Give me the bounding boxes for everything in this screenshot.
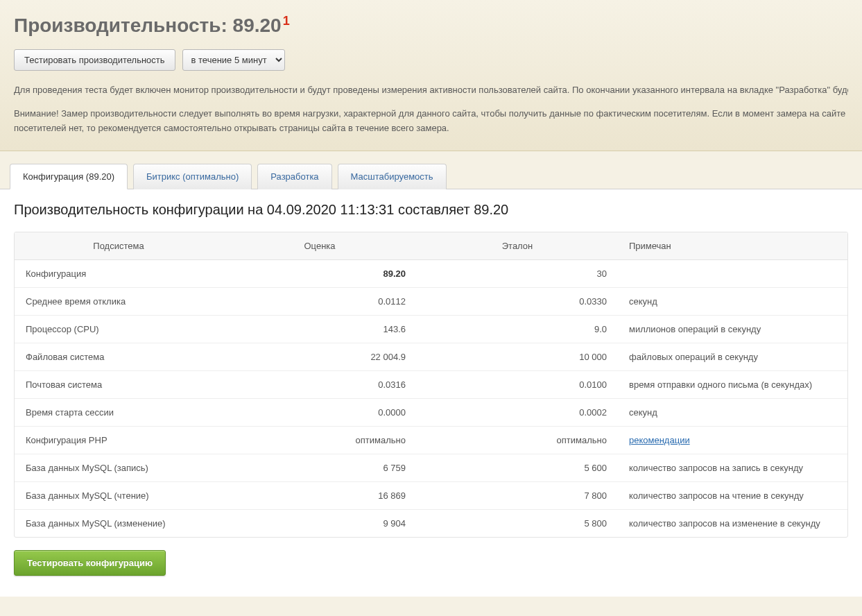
section-title: Производительность конфигурации на 04.09… bbox=[14, 202, 848, 218]
tab-body: Производительность конфигурации на 04.09… bbox=[0, 189, 862, 597]
cell-note: количество запросов на чтение в секунду bbox=[618, 481, 847, 509]
cell-note: миллионов операций в секунду bbox=[618, 315, 847, 343]
tab-0[interactable]: Конфигурация (89.20) bbox=[10, 164, 128, 189]
cell-note: рекомендации bbox=[618, 426, 847, 454]
page-title-footnote: 1 bbox=[283, 14, 290, 28]
recommendations-link[interactable]: рекомендации bbox=[629, 435, 690, 445]
cell-subsystem: База данных MySQL (изменение) bbox=[15, 509, 223, 537]
cell-note: секунд bbox=[618, 287, 847, 315]
cell-score: оптимально bbox=[223, 426, 417, 454]
cell-subsystem: Среднее время отклика bbox=[15, 287, 223, 315]
cell-score: 89.20 bbox=[223, 259, 417, 287]
cell-etalon: 0.0002 bbox=[417, 398, 618, 426]
cell-score: 22 004.9 bbox=[223, 343, 417, 370]
table-row: База данных MySQL (изменение)9 9045 800к… bbox=[15, 509, 847, 537]
cell-score: 0.0316 bbox=[223, 370, 417, 398]
cell-note bbox=[618, 259, 847, 287]
cell-subsystem: База данных MySQL (запись) bbox=[15, 454, 223, 481]
cell-score: 6 759 bbox=[223, 454, 417, 481]
cell-subsystem: Конфигурация bbox=[15, 259, 223, 287]
cell-etalon: 0.0100 bbox=[417, 370, 618, 398]
cell-etalon: 5 600 bbox=[417, 454, 618, 481]
cell-etalon: 30 bbox=[417, 259, 618, 287]
cell-note: количество запросов на запись в секунду bbox=[618, 454, 847, 481]
duration-select[interactable]: в течение 5 минут bbox=[183, 50, 284, 70]
cell-subsystem: Процессор (CPU) bbox=[15, 315, 223, 343]
cell-etalon: 10 000 bbox=[417, 343, 618, 370]
cell-score: 16 869 bbox=[223, 481, 417, 509]
table-row: Процессор (CPU)143.69.0миллионов операци… bbox=[15, 315, 847, 343]
table-header-row: Подсистема Оценка Эталон Примечан bbox=[15, 232, 847, 260]
page-title-prefix: Производительность: bbox=[14, 15, 233, 36]
tab-2[interactable]: Разработка bbox=[257, 164, 331, 189]
table-row: Среднее время отклика0.01120.0330секунд bbox=[15, 287, 847, 315]
table-wrap: Подсистема Оценка Эталон Примечан Конфиг… bbox=[14, 232, 848, 538]
duration-select-wrap[interactable]: в течение 5 минут bbox=[182, 49, 285, 71]
table-row: Почтовая система0.03160.0100время отправ… bbox=[15, 370, 847, 398]
performance-table: Подсистема Оценка Эталон Примечан Конфиг… bbox=[15, 232, 847, 537]
cell-etalon: 7 800 bbox=[417, 481, 618, 509]
tab-3[interactable]: Масштабируемость bbox=[338, 164, 447, 189]
table-row: Время старта сессии0.00000.0002секунд bbox=[15, 398, 847, 426]
top-panel: Производительность: 89.201 Тестировать п… bbox=[0, 0, 862, 151]
col-score: Оценка bbox=[223, 232, 417, 260]
cell-note: файловых операций в секунду bbox=[618, 343, 847, 370]
table-row: Файловая система22 004.910 000файловых о… bbox=[15, 343, 847, 370]
test-performance-button[interactable]: Тестировать производительность bbox=[14, 49, 175, 71]
cell-score: 143.6 bbox=[223, 315, 417, 343]
controls-row: Тестировать производительность в течение… bbox=[14, 49, 848, 71]
page-title: Производительность: 89.201 bbox=[14, 14, 848, 37]
cell-note: количество запросов на изменение в секун… bbox=[618, 509, 847, 537]
table-row: База данных MySQL (чтение)16 8697 800кол… bbox=[15, 481, 847, 509]
tabs: Конфигурация (89.20)Битрикс (оптимально)… bbox=[0, 151, 862, 189]
cell-note: секунд bbox=[618, 398, 847, 426]
cell-etalon: оптимально bbox=[417, 426, 618, 454]
col-etalon: Эталон bbox=[417, 232, 618, 260]
col-note: Примечан bbox=[618, 232, 847, 260]
cell-score: 9 904 bbox=[223, 509, 417, 537]
info-text-1: Для проведения теста будет включен монит… bbox=[14, 83, 848, 97]
cell-etalon: 0.0330 bbox=[417, 287, 618, 315]
cell-subsystem: Почтовая система bbox=[15, 370, 223, 398]
cell-subsystem: База данных MySQL (чтение) bbox=[15, 481, 223, 509]
cell-score: 0.0112 bbox=[223, 287, 417, 315]
info-text-2: Внимание! Замер производительности следу… bbox=[14, 107, 848, 135]
cell-score: 0.0000 bbox=[223, 398, 417, 426]
cell-etalon: 5 800 bbox=[417, 509, 618, 537]
cell-note: время отправки одного письма (в секундах… bbox=[618, 370, 847, 398]
cell-subsystem: Время старта сессии bbox=[15, 398, 223, 426]
test-configuration-button[interactable]: Тестировать конфигурацию bbox=[14, 550, 166, 576]
workarea: Производительность конфигурации на 04.09… bbox=[0, 189, 862, 597]
cell-subsystem: Файловая система bbox=[15, 343, 223, 370]
page-title-value: 89.20 bbox=[233, 15, 282, 36]
table-row: База данных MySQL (запись)6 7595 600коли… bbox=[15, 454, 847, 481]
cell-etalon: 9.0 bbox=[417, 315, 618, 343]
table-row: Конфигурация PHPоптимальнооптимальнореко… bbox=[15, 426, 847, 454]
table-row: Конфигурация89.2030 bbox=[15, 259, 847, 287]
cell-subsystem: Конфигурация PHP bbox=[15, 426, 223, 454]
tab-1[interactable]: Битрикс (оптимально) bbox=[133, 164, 252, 189]
col-subsystem: Подсистема bbox=[15, 232, 223, 260]
